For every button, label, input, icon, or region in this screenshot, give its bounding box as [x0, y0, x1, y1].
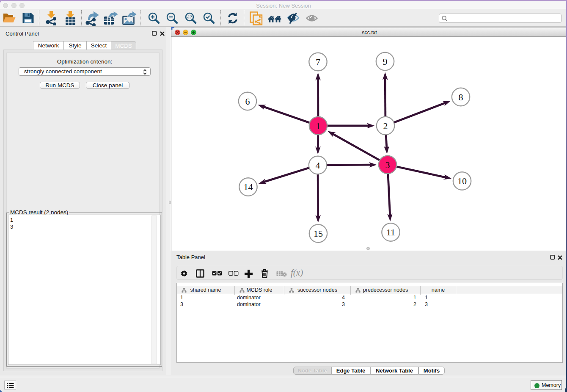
svg-text:14: 14 — [244, 182, 253, 192]
svg-text:10: 10 — [457, 176, 467, 186]
svg-text:3: 3 — [385, 160, 390, 170]
svg-text:6: 6 — [245, 96, 250, 107]
svg-text:11: 11 — [386, 227, 395, 237]
svg-text:2: 2 — [383, 121, 388, 131]
svg-text:8: 8 — [459, 92, 463, 102]
svg-text:9: 9 — [383, 56, 388, 67]
svg-text:1: 1 — [316, 121, 321, 131]
svg-text:4: 4 — [316, 160, 320, 171]
svg-text:15: 15 — [314, 228, 323, 239]
svg-text:7: 7 — [316, 57, 320, 67]
